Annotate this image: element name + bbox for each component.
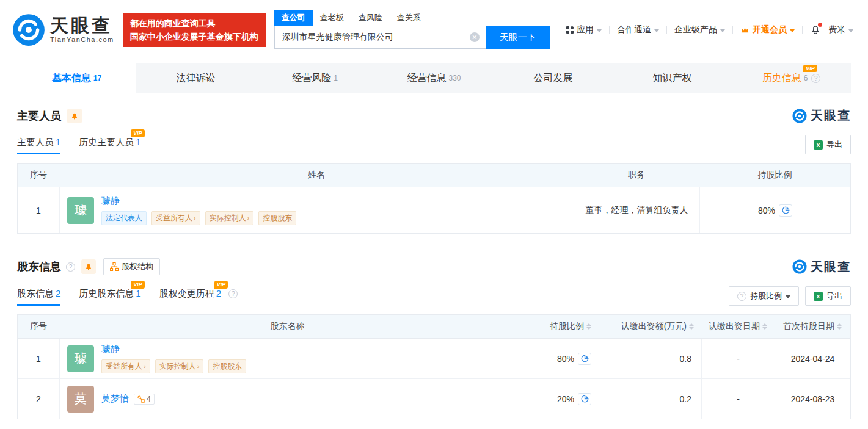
subtab-label: 主要人员	[17, 137, 54, 147]
nav-apps[interactable]: 应用	[566, 24, 602, 35]
search-button[interactable]: 天眼一下	[486, 26, 550, 49]
help-icon[interactable]: ?	[66, 262, 75, 272]
staff-section-title: 主要人员	[17, 109, 61, 123]
tab-business-info[interactable]: 经营信息 330	[374, 63, 494, 93]
table-row: 2 莫 莫梦怡 4	[18, 378, 850, 419]
export-button[interactable]: x 导出	[805, 135, 851, 154]
excel-icon: x	[814, 292, 823, 301]
export-button[interactable]: x 导出	[805, 286, 851, 306]
vip-badge: VIP	[131, 281, 145, 289]
table-row: 1 璩 璩静 法定代表人 受益所有人› 实际控制人› 控股股东 董事，经	[18, 187, 850, 233]
notification-bell-icon[interactable]	[810, 24, 821, 37]
col-amount-sortable[interactable]: 认缴出资额(万元)	[599, 315, 701, 338]
nav-divider	[732, 26, 733, 34]
col-position: 职务	[574, 164, 699, 187]
subtab-count: 1	[136, 137, 140, 147]
top-bar: 天眼查 TianYanCha.com 都在用的商业查询工具 国家中小企业发展子基…	[0, 0, 868, 54]
equity-structure-button[interactable]: 股权结构	[103, 258, 160, 275]
chevron-right-icon: ›	[144, 362, 146, 370]
tag-actual-controller[interactable]: 实际控制人›	[155, 359, 204, 373]
tag-actual-controller[interactable]: 实际控制人›	[205, 211, 254, 225]
tab-label: 历史信息	[762, 73, 801, 83]
tianyancha-logo-icon	[792, 259, 807, 274]
row-index: 2	[18, 379, 59, 419]
site-logo[interactable]: 天眼查 TianYanCha.com	[12, 13, 114, 46]
nav-user[interactable]: 费米	[828, 24, 853, 35]
ratio-filter-label: 持股比例	[750, 290, 782, 301]
search-tab-risk[interactable]: 查风险	[351, 10, 390, 26]
help-icon[interactable]: ?	[811, 74, 820, 83]
chevron-down-icon	[786, 295, 790, 298]
search-tab-boss[interactable]: 查老板	[313, 10, 351, 26]
ratio-value: 80%	[758, 206, 775, 215]
relations-badge[interactable]: 4	[134, 394, 155, 405]
subtab-equity-change-history[interactable]: 股权变更历程2 ? VIP	[159, 288, 238, 306]
apps-grid-icon	[566, 26, 574, 34]
person-name-link[interactable]: 璩静	[101, 344, 246, 355]
amount-cell: 0.8	[599, 339, 701, 378]
col-ratio-sortable[interactable]: 持股比例	[516, 315, 599, 338]
col-index: 序号	[18, 164, 59, 187]
tab-intellectual-property[interactable]: 知识产权	[613, 63, 732, 93]
search-input[interactable]	[274, 26, 486, 49]
col-first-date-sortable[interactable]: 首次持股日期	[775, 315, 850, 338]
tab-legal[interactable]: 法律诉讼	[136, 63, 255, 93]
nav-partner-label: 合作通道	[617, 24, 651, 35]
tab-label: 基本信息	[52, 72, 91, 85]
search-tab-relation[interactable]: 查关系	[390, 10, 428, 26]
tianyancha-logo-icon	[792, 109, 807, 123]
nav-divider	[802, 26, 803, 34]
sort-icon	[837, 323, 842, 330]
tab-company-development[interactable]: 公司发展	[494, 63, 613, 93]
tab-basic-info[interactable]: 基本信息 17	[17, 63, 136, 93]
monitor-bell-icon[interactable]	[81, 259, 96, 274]
person-name-link[interactable]: 莫梦怡	[101, 393, 129, 405]
tag-legal-representative[interactable]: 法定代表人	[101, 211, 147, 225]
search-tab-company[interactable]: 查公司	[274, 10, 313, 26]
monitor-bell-icon[interactable]	[67, 109, 82, 123]
export-label: 导出	[826, 290, 842, 301]
relations-count: 4	[147, 395, 151, 403]
clear-search-icon[interactable]: ✕	[470, 32, 480, 42]
tab-count: 330	[448, 74, 461, 82]
nav-open-vip[interactable]: 开通会员	[740, 24, 795, 35]
nav-enterprise-label: 企业级产品	[674, 24, 717, 35]
subtab-current-staff[interactable]: 主要人员1	[17, 137, 60, 154]
col-date-sortable[interactable]: 认缴出资日期	[701, 315, 775, 338]
sort-icon	[689, 323, 694, 330]
person-name-link[interactable]: 璩静	[101, 195, 296, 207]
tag-beneficial-owner[interactable]: 受益所有人›	[101, 359, 150, 373]
tag-controlling-shareholder[interactable]: 控股股东	[208, 359, 246, 373]
subtab-current-shareholders[interactable]: 股东信息2	[17, 288, 60, 306]
chevron-right-icon: ›	[197, 362, 200, 370]
date-cell: -	[701, 339, 775, 378]
subtab-history-staff[interactable]: 历史主要人员1 VIP	[79, 137, 140, 154]
shareholder-section-header: 股东信息 ? 股权结构 天眼查	[17, 258, 851, 275]
nav-apps-label: 应用	[577, 24, 594, 35]
watermark-text: 天眼查	[811, 259, 851, 275]
tag-controlling-shareholder[interactable]: 控股股东	[258, 211, 296, 225]
shareholder-section-title: 股东信息	[17, 259, 61, 274]
help-icon: ?	[737, 292, 746, 301]
nav-enterprise[interactable]: 企业级产品	[674, 24, 725, 35]
subtab-count: 2	[56, 288, 60, 298]
tab-operation-risk[interactable]: 经营风险 1	[255, 63, 374, 93]
subtab-history-shareholders[interactable]: 历史股东信息1 VIP	[79, 288, 140, 306]
vip-badge: VIP	[131, 129, 145, 137]
staff-table: 序号 姓名 职务 持股比例 1 璩 璩静 法定代表人 受益所有人› 实际控制人›…	[17, 163, 851, 234]
staff-subtabs-row: 主要人员1 历史主要人员1 VIP x 导出	[17, 134, 851, 154]
promo-banner: 都在用的商业查询工具 国家中小企业发展子基金旗下机构	[123, 13, 266, 48]
pie-chart-icon[interactable]	[779, 204, 792, 217]
pie-chart-icon[interactable]	[578, 393, 591, 405]
help-icon[interactable]: ?	[228, 289, 238, 298]
ratio-filter-button[interactable]: ? 持股比例	[729, 286, 799, 306]
subtab-label: 股东信息	[17, 288, 54, 298]
tag-beneficial-owner[interactable]: 受益所有人›	[151, 211, 200, 225]
nav-partner[interactable]: 合作通道	[617, 24, 659, 35]
pie-chart-icon[interactable]	[578, 353, 591, 365]
nav-divider	[666, 26, 667, 34]
company-detail-tabs: 基本信息 17 法律诉讼 经营风险 1 经营信息 330 公司发展 知识产权 历…	[17, 63, 851, 93]
staff-section-header: 主要人员 天眼查	[17, 107, 851, 124]
subtab-count: 1	[136, 288, 140, 298]
tab-history-info[interactable]: 历史信息 VIP 6 ?	[732, 63, 851, 93]
